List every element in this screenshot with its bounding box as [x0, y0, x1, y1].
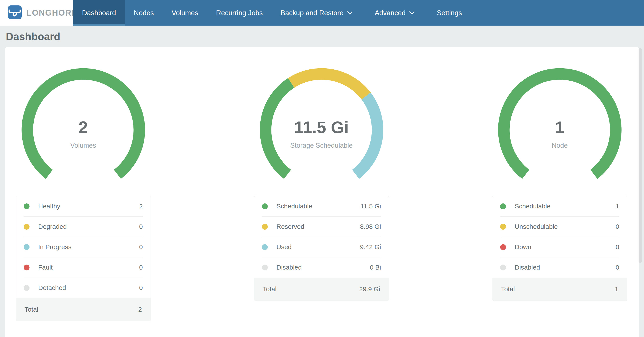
volumes-column: 2 Volumes Healthy 2 Degraded 0 In Progre…: [5, 47, 220, 337]
dashboard-card: 2 Volumes Healthy 2 Degraded 0 In Progre…: [5, 47, 639, 337]
detached-status-dot: [24, 285, 30, 291]
legend-row-fault[interactable]: Fault 0: [16, 257, 150, 278]
volumes-gauge: 2 Volumes: [20, 67, 146, 180]
scrollbar-thumb[interactable]: [638, 48, 642, 263]
legend-row-degraded[interactable]: Degraded 0: [16, 216, 150, 237]
page-title: Dashboard: [6, 30, 60, 42]
node-column: 1 Node Schedulable 1 Unschedulable 0 Dow…: [423, 47, 639, 337]
node-gauge: 1 Node: [497, 67, 623, 180]
nav-item-dashboard[interactable]: Dashboard: [73, 0, 125, 25]
reserved-status-dot: [262, 224, 268, 230]
nav-item-nodes[interactable]: Nodes: [125, 0, 163, 25]
storage-gauge-label: Storage Schedulable: [259, 142, 384, 149]
legend-row-healthy[interactable]: Healthy 2: [16, 196, 150, 216]
longhorn-logo[interactable]: LONGHORN: [0, 0, 73, 25]
scrollbar-track: [637, 0, 644, 337]
nav-item-backup-and-restore[interactable]: Backup and Restore: [272, 0, 362, 25]
nav-item-advanced[interactable]: Advanced: [366, 0, 424, 25]
top-nav: LONGHORN Dashboard Nodes Volumes Recurri…: [0, 0, 644, 25]
disabled-status-dot: [262, 265, 268, 270]
node-count: 1: [497, 119, 623, 136]
volumes-count: 2: [20, 119, 146, 136]
volumes-gauge-label: Volumes: [20, 142, 146, 149]
chevron-down-icon: [409, 11, 415, 15]
node-gauge-label: Node: [497, 142, 623, 149]
nav-item-settings[interactable]: Settings: [428, 0, 471, 25]
legend-row-used[interactable]: Used 9.42 Gi: [254, 237, 389, 257]
legend-row-disabled[interactable]: Disabled 0 Bi: [254, 257, 389, 278]
legend-row-disabled[interactable]: Disabled 0: [492, 257, 627, 278]
legend-row-schedulable[interactable]: Schedulable 11.5 Gi: [254, 196, 389, 216]
disabled-status-dot: [500, 265, 506, 270]
storage-legend: Schedulable 11.5 Gi Reserved 8.98 Gi Use…: [254, 196, 389, 301]
main-menu: Dashboard Nodes Volumes Recurring Jobs B…: [73, 0, 471, 25]
in-progress-status-dot: [24, 244, 30, 250]
node-legend: Schedulable 1 Unschedulable 0 Down 0 Dis…: [492, 196, 627, 301]
storage-gauge: 11.5 Gi Storage Schedulable: [259, 67, 384, 180]
legend-row-reserved[interactable]: Reserved 8.98 Gi: [254, 216, 389, 237]
node-total-row: Total 1: [492, 278, 627, 301]
volumes-total-row: Total 2: [16, 298, 150, 321]
legend-row-schedulable[interactable]: Schedulable 1: [492, 196, 627, 216]
legend-row-detached[interactable]: Detached 0: [16, 278, 150, 298]
unschedulable-status-dot: [500, 224, 506, 230]
chevron-down-icon: [347, 11, 352, 15]
schedulable-status-dot: [500, 203, 506, 209]
used-status-dot: [262, 244, 268, 250]
longhorn-bull-icon: [8, 5, 22, 20]
legend-row-unschedulable[interactable]: Unschedulable 0: [492, 216, 627, 237]
storage-column: 11.5 Gi Storage Schedulable Schedulable …: [220, 47, 424, 337]
storage-schedulable-value: 11.5 Gi: [259, 119, 384, 136]
fault-status-dot: [24, 265, 30, 270]
legend-row-down[interactable]: Down 0: [492, 237, 627, 257]
down-status-dot: [500, 244, 506, 250]
nav-item-volumes[interactable]: Volumes: [163, 0, 207, 25]
storage-total-row: Total 29.9 Gi: [254, 278, 389, 301]
nav-item-recurring-jobs[interactable]: Recurring Jobs: [207, 0, 272, 25]
volumes-legend: Healthy 2 Degraded 0 In Progress 0 Fault…: [16, 196, 151, 321]
legend-row-in-progress[interactable]: In Progress 0: [16, 237, 150, 257]
brand-text: LONGHORN: [26, 8, 78, 17]
schedulable-status-dot: [262, 203, 268, 209]
degraded-status-dot: [24, 224, 30, 230]
healthy-status-dot: [24, 203, 30, 209]
title-bar: Dashboard: [0, 25, 644, 47]
